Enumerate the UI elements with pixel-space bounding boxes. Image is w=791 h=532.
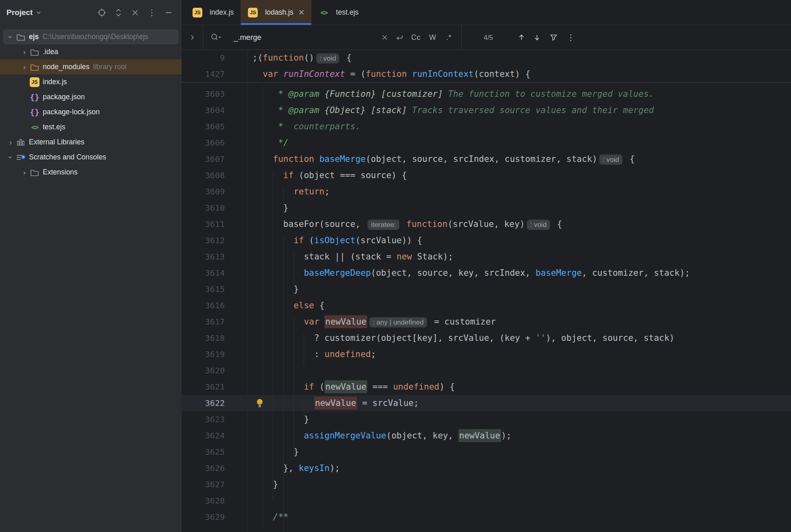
line-number[interactable]: 3614 xyxy=(182,265,225,281)
code-text: /** xyxy=(225,509,289,525)
sidebar-item-extensions[interactable]: ›Extensions xyxy=(0,165,182,180)
line-number[interactable]: 3619 xyxy=(182,346,225,362)
tree-item-label: index.js xyxy=(43,78,67,86)
code-line[interactable]: 9;(function(): void { xyxy=(182,50,791,66)
js-badge: JS xyxy=(193,8,202,17)
line-number[interactable]: 3623 xyxy=(182,411,225,427)
chevron-right-icon[interactable]: › xyxy=(20,48,29,57)
code-token: (object === source) { xyxy=(294,170,407,180)
line-number[interactable]: 3605 xyxy=(182,118,225,135)
search-history-icon[interactable] xyxy=(210,25,222,50)
sidebar-item-ejs[interactable]: ›ejsC:\Users\baozhongqi\Desktop\ejs xyxy=(3,29,179,44)
close-tab-icon[interactable]: ✕ xyxy=(298,8,305,17)
line-number[interactable]: 3628 xyxy=(182,493,225,509)
code-text: : undefined; xyxy=(225,346,376,362)
line-number[interactable]: 3622 xyxy=(182,395,225,411)
expand-to-replace-chevron-icon[interactable] xyxy=(189,25,195,50)
line-number[interactable]: 3603 xyxy=(182,86,225,102)
tab-lodash-js[interactable]: JSlodash.js✕ xyxy=(241,0,311,25)
tab-test-ejs[interactable]: <>test.ejs xyxy=(311,0,365,25)
collapse-all-icon[interactable] xyxy=(130,8,140,17)
tab-index-js[interactable]: JSindex.js xyxy=(185,0,241,25)
locate-icon[interactable] xyxy=(97,8,107,17)
line-number[interactable]: 3627 xyxy=(182,476,225,493)
line-number[interactable]: 3615 xyxy=(182,281,225,297)
line-number[interactable]: 3617 xyxy=(182,314,225,330)
sidebar-item-idea[interactable]: ›.idea xyxy=(0,44,182,59)
sidebar-item-package-json[interactable]: {}package.json xyxy=(0,89,182,105)
sidebar-item-node-modules[interactable]: ›node_moduleslibrary root xyxy=(0,59,182,74)
line-number[interactable]: 3621 xyxy=(182,379,225,395)
line-number[interactable]: 3629 xyxy=(182,509,225,525)
code-line[interactable]: 3607 function baseMerge(object, source, … xyxy=(182,151,791,167)
code-line[interactable]: 3629 /** xyxy=(182,509,791,525)
line-number[interactable]: 3620 xyxy=(182,362,225,379)
words-toggle[interactable]: W xyxy=(429,25,436,50)
filter-search-results-icon[interactable] xyxy=(550,25,558,50)
line-number[interactable]: 9 xyxy=(182,50,225,66)
code-token: The function to customize merged values. xyxy=(443,89,654,99)
line-number[interactable]: 3611 xyxy=(182,216,225,232)
line-number[interactable]: 3613 xyxy=(182,249,225,265)
line-number[interactable]: 3624 xyxy=(182,427,225,444)
sidebar-item-scratches-and-consoles[interactable]: ›Scratches and Consoles xyxy=(0,150,182,165)
json-file-icon: {} xyxy=(29,107,40,117)
code-token: * @param xyxy=(252,105,324,115)
line-number[interactable]: 3618 xyxy=(182,330,225,346)
code-token: if xyxy=(304,382,314,392)
regex-toggle[interactable]: .* xyxy=(446,25,451,50)
chevron-right-icon[interactable]: › xyxy=(6,138,15,147)
hide-panel-icon[interactable] xyxy=(164,8,173,17)
sidebar-item-package-lock-json[interactable]: {}package-lock.json xyxy=(0,105,182,120)
expand-all-icon[interactable] xyxy=(114,8,123,17)
sidebar-item-index-js[interactable]: JSindex.js xyxy=(0,74,182,89)
code-token xyxy=(252,268,304,278)
line-number[interactable]: 3609 xyxy=(182,183,225,200)
code-text: ? customizer(object[key], srcValue, (key… xyxy=(225,330,675,346)
code-token xyxy=(401,219,407,229)
code-line[interactable]: 3603 * @param {Function} [customizer] Th… xyxy=(182,86,791,102)
match-case-toggle[interactable]: Cc xyxy=(411,25,421,50)
clear-search-icon[interactable] xyxy=(381,25,388,50)
line-number[interactable]: 3604 xyxy=(182,102,225,118)
search-input[interactable] xyxy=(233,33,357,42)
code-token xyxy=(407,69,412,79)
folder-excluded-icon xyxy=(29,63,40,71)
code-token: baseMerge xyxy=(319,154,366,164)
code-editor[interactable]: 9;(function(): void {1427 var runInConte… xyxy=(182,50,791,532)
line-number[interactable]: 3625 xyxy=(182,444,225,460)
line-number[interactable]: 1427 xyxy=(182,66,225,82)
line-number[interactable]: 3608 xyxy=(182,167,225,183)
code-token: } xyxy=(252,284,299,294)
code-token: undefined xyxy=(324,349,371,359)
newline-icon[interactable] xyxy=(395,25,404,50)
divider xyxy=(203,25,203,50)
line-number[interactable]: 3626 xyxy=(182,460,225,476)
chevron-right-icon[interactable]: › xyxy=(20,168,29,177)
code-line[interactable]: 3605 * counterparts. xyxy=(182,118,791,135)
more-options-icon[interactable]: ⋮ xyxy=(147,8,157,17)
line-number[interactable]: 3606 xyxy=(182,135,225,151)
chevron-down-icon[interactable]: › xyxy=(6,153,15,162)
code-token: keysIn xyxy=(299,463,330,473)
chevron-right-icon[interactable]: › xyxy=(20,63,29,72)
indent-guide xyxy=(304,333,304,366)
code-line[interactable]: 1427 var runInContext = (function runInC… xyxy=(182,66,791,82)
line-number[interactable]: 3612 xyxy=(182,232,225,249)
previous-match-icon[interactable] xyxy=(518,25,525,50)
scratches-icon xyxy=(15,153,26,161)
code-line[interactable]: 3606 */ xyxy=(182,135,791,151)
chevron-down-icon[interactable]: › xyxy=(6,32,15,42)
sidebar-item-test-ejs[interactable]: <>test.ejs xyxy=(0,120,182,135)
sidebar-item-external-libraries[interactable]: ›External Libraries xyxy=(0,135,182,150)
chevron-down-icon[interactable] xyxy=(36,10,42,15)
next-match-icon[interactable] xyxy=(533,25,541,50)
more-options-icon[interactable]: ⋮ xyxy=(567,25,575,50)
line-number[interactable]: 3607 xyxy=(182,151,225,167)
line-number[interactable]: 3610 xyxy=(182,200,225,216)
code-line[interactable]: 3604 * @param {Object} [stack] Tracks tr… xyxy=(182,102,791,118)
code-token: Stack); xyxy=(412,252,453,262)
line-number[interactable]: 3616 xyxy=(182,297,225,314)
code-token xyxy=(319,317,324,327)
indent-guide xyxy=(294,252,294,284)
